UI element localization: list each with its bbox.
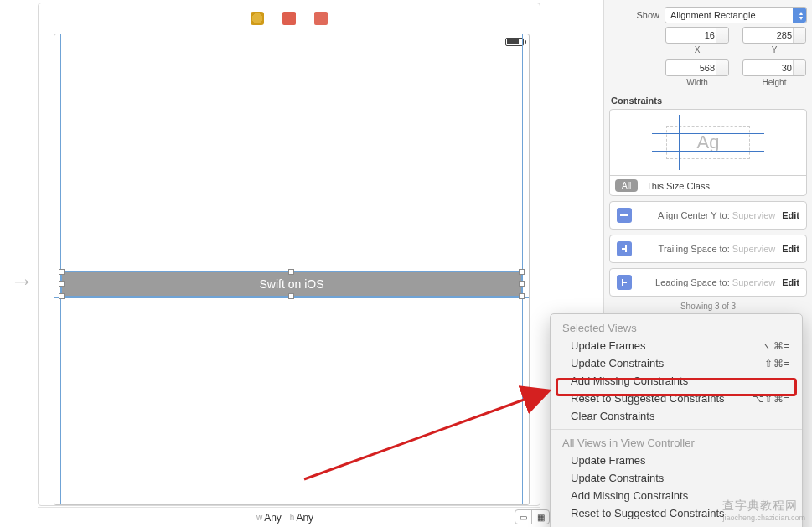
height-value: 30	[782, 63, 792, 73]
size-class-w-prefix: w	[256, 513, 262, 522]
device-frame: Swift on iOS	[54, 34, 530, 505]
y-value: 285	[777, 30, 792, 40]
constraint-line	[652, 133, 764, 134]
svg-rect-2	[622, 248, 625, 250]
chevron-updown-icon: ▴▾	[799, 11, 803, 21]
constraint-row[interactable]: Align Center Y to: Superview Edit	[609, 201, 807, 230]
status-bar	[505, 38, 524, 46]
resize-handle[interactable]	[288, 269, 294, 275]
x-value: 16	[705, 30, 715, 40]
constraint-value: Superview	[732, 210, 775, 220]
resize-handle[interactable]	[288, 293, 294, 299]
svg-rect-0	[620, 214, 628, 216]
y-stepper[interactable]: 285	[742, 27, 806, 44]
menu-clear-constraints-all[interactable]: Clear Constraints	[551, 522, 802, 527]
menu-header: Selected Views	[551, 319, 802, 337]
constraint-value: Superview	[732, 277, 775, 287]
edit-button[interactable]: Edit	[782, 277, 799, 287]
resize-handle[interactable]	[59, 269, 65, 275]
height-label: Height	[763, 78, 787, 87]
size-class-w-value: Any	[264, 512, 282, 524]
show-value: Alignment Rectangle	[670, 10, 756, 20]
menu-add-missing-constraints[interactable]: Add Missing Constraints	[551, 372, 802, 390]
size-class-text: This Size Class	[646, 181, 710, 191]
size-class-h-value: Any	[296, 512, 313, 524]
menu-header: All Views in View Controller	[551, 434, 802, 452]
constraints-diagram[interactable]: Ag	[610, 110, 806, 175]
menu-reset-suggested-constraints[interactable]: Reset to Suggested Constraints⌥⇧⌘=	[551, 390, 802, 407]
layout-mode-segment[interactable]: ▭▦	[515, 509, 550, 524]
height-stepper[interactable]: 30	[742, 59, 806, 76]
menu-update-constraints[interactable]: Update Constraints⇧⌘=	[551, 354, 802, 372]
shortcut: ⌥⌘=	[761, 340, 790, 352]
width-stepper[interactable]: 568	[665, 59, 729, 76]
all-size-classes-chip[interactable]: All	[615, 179, 638, 192]
constraint-line	[652, 151, 764, 152]
resize-handle[interactable]	[519, 293, 525, 299]
align-center-y-icon	[617, 208, 632, 223]
resize-handle[interactable]	[519, 269, 525, 275]
shortcut: ⇧⌘=	[764, 358, 790, 369]
constraint-row[interactable]: Trailing Space to: Superview Edit	[609, 235, 807, 263]
constraint-line	[679, 115, 680, 170]
battery-icon	[505, 38, 524, 46]
y-label: Y	[772, 45, 778, 54]
show-label: Show	[609, 10, 659, 20]
constraints-diagram-panel: Ag All This Size Class	[609, 109, 807, 196]
scene-toolbar	[251, 12, 328, 25]
resize-handle[interactable]	[59, 293, 65, 299]
leading-space-icon	[617, 275, 632, 290]
segue-arrow-icon: →	[10, 268, 34, 295]
resize-handle[interactable]	[519, 281, 525, 287]
edit-button[interactable]: Edit	[782, 244, 799, 254]
constraint-label: Leading Space to:	[655, 277, 730, 287]
watermark: 查字典教程网 jiaocheng.chazidian.com	[722, 499, 805, 522]
resize-handle[interactable]	[59, 281, 65, 287]
showing-count: Showing 3 of 3	[609, 302, 807, 311]
menu-update-constraints-all[interactable]: Update Constraints	[551, 469, 802, 487]
selected-label-view[interactable]: Swift on iOS	[61, 271, 522, 297]
width-value: 568	[700, 63, 715, 73]
menu-update-frames-all[interactable]: Update Frames	[551, 452, 802, 469]
constraint-row[interactable]: Leading Space to: Superview Edit	[609, 268, 807, 297]
show-select[interactable]: Alignment Rectangle ▴▾	[665, 7, 807, 23]
exit-icon[interactable]	[314, 12, 328, 25]
constraint-line	[737, 115, 737, 170]
x-stepper[interactable]: 16	[665, 27, 729, 44]
x-label: X	[695, 45, 701, 54]
constraint-value: Superview	[732, 244, 775, 254]
trailing-space-icon	[617, 241, 632, 256]
svg-rect-4	[623, 282, 627, 283]
width-label: Width	[686, 78, 708, 87]
constraint-label: Align Center Y to:	[658, 210, 730, 220]
interface-builder-canvas[interactable]: Swift on iOS	[38, 3, 540, 506]
constraint-label: Trailing Space to:	[659, 244, 730, 254]
size-class-bar[interactable]: w Any h Any	[38, 507, 540, 527]
constraints-title: Constraints	[611, 96, 807, 106]
menu-update-frames[interactable]: Update Frames⌥⌘=	[551, 337, 802, 354]
svg-rect-3	[622, 279, 623, 286]
menu-clear-constraints[interactable]: Clear Constraints	[551, 407, 802, 425]
identity-icon[interactable]	[251, 12, 264, 25]
size-class-h-prefix: h	[290, 513, 295, 522]
shortcut: ⌥⇧⌘=	[753, 393, 790, 405]
menu-separator	[551, 429, 802, 430]
edit-button[interactable]: Edit	[782, 210, 799, 220]
first-responder-icon[interactable]	[282, 12, 296, 25]
label-text: Swift on iOS	[259, 277, 323, 291]
resolve-issues-menu: Selected Views Update Frames⌥⌘= Update C…	[550, 313, 803, 527]
svg-rect-1	[625, 245, 627, 252]
